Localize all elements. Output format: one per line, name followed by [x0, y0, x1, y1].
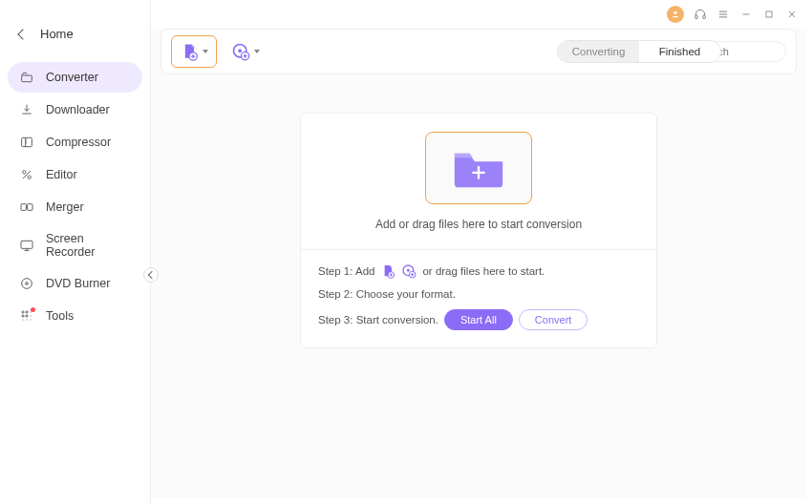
svg-point-24: [407, 269, 410, 272]
merger-icon: [19, 200, 34, 215]
drop-zone: Add or drag files here to start conversi…: [300, 113, 657, 348]
headphones-icon[interactable]: [694, 8, 707, 21]
editor-icon: [19, 167, 34, 182]
svg-point-3: [28, 176, 31, 178]
sidebar-item-converter[interactable]: Converter: [8, 62, 142, 93]
sidebar: Home Converter Downloader Compressor: [0, 0, 151, 504]
window-maximize[interactable]: [762, 9, 776, 20]
svg-point-8: [26, 283, 29, 285]
svg-point-7: [22, 279, 32, 289]
screen-recorder-icon: [19, 238, 34, 253]
svg-rect-4: [21, 204, 26, 211]
convert-button[interactable]: Convert: [519, 309, 588, 330]
sidebar-item-tools[interactable]: Tools: [8, 301, 142, 331]
tab-finished[interactable]: Finished: [639, 41, 720, 62]
window-minimize[interactable]: [739, 9, 753, 20]
toolbar: Converting Finished: [160, 29, 797, 74]
sidebar-item-label: Merger: [46, 200, 84, 214]
step-1: Step 1: Add or drag files here to start.: [318, 263, 639, 279]
svg-rect-16: [766, 11, 772, 17]
user-avatar[interactable]: [667, 6, 684, 23]
sidebar-item-label: Screen Recorder: [46, 232, 131, 259]
add-file-button[interactable]: [171, 35, 217, 68]
sidebar-item-compressor[interactable]: Compressor: [8, 127, 142, 158]
svg-point-10: [26, 311, 28, 313]
converter-icon: [19, 70, 34, 85]
sidebar-item-label: Downloader: [46, 103, 110, 116]
sidebar-item-label: Converter: [46, 71, 98, 84]
sidebar-item-label: Editor: [46, 168, 77, 181]
title-bar: [151, 0, 812, 29]
add-disc-icon: [401, 263, 417, 279]
dvd-burner-icon: [19, 276, 34, 291]
home-back[interactable]: Home: [0, 17, 150, 58]
svg-rect-1: [22, 137, 32, 146]
status-tabs: Converting Finished: [557, 40, 721, 63]
step-3: Step 3: Start conversion. Start All Conv…: [318, 309, 639, 330]
notification-dot-icon: [31, 307, 35, 312]
tools-icon: [19, 308, 34, 324]
svg-point-11: [22, 315, 24, 317]
sidebar-collapse-toggle[interactable]: [143, 267, 159, 283]
chevron-down-icon: [254, 50, 260, 53]
svg-rect-5: [28, 204, 32, 211]
sidebar-item-merger[interactable]: Merger: [8, 192, 142, 222]
add-folder-target[interactable]: [425, 132, 532, 204]
svg-rect-6: [21, 241, 32, 248]
menu-icon[interactable]: [716, 8, 730, 21]
chevron-left-icon: [17, 29, 28, 39]
tab-converting[interactable]: Converting: [558, 41, 639, 62]
step-2: Step 2: Choose your format.: [318, 288, 639, 300]
add-disc-button[interactable]: [226, 35, 265, 68]
svg-rect-15: [703, 15, 705, 19]
svg-point-12: [26, 315, 28, 317]
svg-point-2: [23, 171, 26, 174]
add-file-icon: [380, 263, 395, 279]
downloader-icon: [19, 102, 34, 117]
sidebar-item-label: Compressor: [46, 136, 111, 149]
start-all-button[interactable]: Start All: [444, 309, 513, 330]
sidebar-item-editor[interactable]: Editor: [8, 159, 142, 190]
sidebar-item-label: Tools: [46, 309, 74, 323]
sidebar-item-label: DVD Burner: [46, 277, 110, 290]
sidebar-item-downloader[interactable]: Downloader: [8, 94, 142, 125]
svg-point-9: [22, 311, 24, 313]
svg-rect-0: [22, 75, 32, 82]
sidebar-item-dvd-burner[interactable]: DVD Burner: [8, 268, 142, 299]
chevron-down-icon: [203, 50, 208, 53]
sidebar-item-screen-recorder[interactable]: Screen Recorder: [8, 224, 142, 266]
svg-point-19: [238, 49, 242, 52]
svg-rect-14: [695, 15, 697, 19]
compressor-icon: [19, 135, 34, 150]
drop-message: Add or drag files here to start conversi…: [375, 218, 582, 231]
window-close[interactable]: [785, 9, 799, 20]
home-label: Home: [40, 27, 74, 41]
instruction-steps: Step 1: Add or drag files here to start.…: [301, 249, 656, 347]
svg-point-13: [673, 11, 676, 14]
